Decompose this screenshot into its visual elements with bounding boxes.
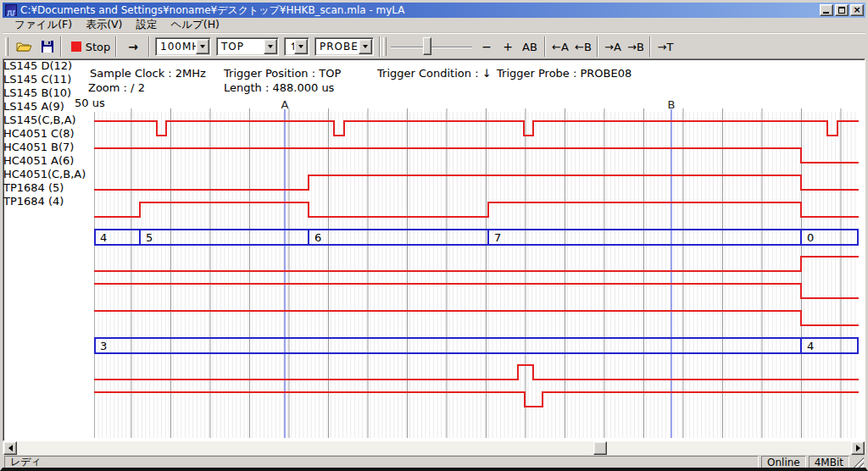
channel-label: HC4051 B(7) <box>3 141 88 154</box>
trigger-probe-info: Trigger Probe : PROBE08 <box>497 67 632 80</box>
bus-value: 0 <box>807 231 814 244</box>
dropdown-button[interactable] <box>359 39 372 54</box>
sample-clock-combo[interactable]: 100MHz <box>155 37 211 56</box>
goto-trigger-button[interactable]: →T <box>654 36 676 57</box>
chevron-down-icon <box>268 45 273 51</box>
open-folder-icon <box>16 40 33 53</box>
toolbar-grip[interactable] <box>5 37 8 56</box>
channel-label: LS145 B(10) <box>3 86 88 100</box>
minor-grid <box>94 112 859 438</box>
trigger-position-info: Trigger Position : TOP <box>224 67 341 80</box>
toolbar-separator <box>115 36 117 57</box>
channel-labels: LS145 D(12)LS145 C(11)LS145 B(10)LS145 A… <box>3 59 88 208</box>
toolbar-grip[interactable] <box>383 37 387 56</box>
bus-value: 3 <box>100 340 107 352</box>
zoom-in-button[interactable]: + <box>498 36 517 57</box>
stop-button[interactable]: Stop <box>67 36 114 57</box>
chevron-down-icon <box>298 45 303 51</box>
dropdown-button[interactable] <box>294 39 308 54</box>
sample-clock-info: Sample Clock : 2MHz <box>90 67 206 80</box>
channel-label: HC4051 C(8) <box>3 127 88 141</box>
menu-bar: ファイル(F) 表示(V) 設定 ヘルプ(H) <box>3 18 865 33</box>
dropdown-button[interactable] <box>264 39 277 54</box>
arrow-left-icon <box>5 445 13 452</box>
toolbar: Stop → 100MHz TOP ↑ PROBE00 − + AB <box>3 33 865 58</box>
trigger-edge-combo[interactable]: ↑ <box>284 37 309 56</box>
stop-label: Stop <box>86 41 111 53</box>
trigger-position-value: TOP <box>221 40 244 53</box>
waveform-svg[interactable]: 4567034 <box>94 107 860 439</box>
menu-settings[interactable]: 設定 <box>129 17 164 33</box>
toolbar-separator <box>60 36 62 57</box>
app-icon <box>5 4 17 16</box>
scroll-right-button[interactable] <box>851 441 865 455</box>
status-ready: レディ <box>4 456 759 468</box>
trigger-probe-combo[interactable]: PROBE00 <box>314 37 374 56</box>
toolbar-separator <box>544 36 546 57</box>
bus-value: 4 <box>807 340 814 352</box>
zoom-slider-thumb[interactable] <box>423 37 431 55</box>
scrollbar-thumb[interactable] <box>593 441 607 455</box>
goto-marker-a-button[interactable]: →A <box>602 36 624 57</box>
zoom-slider[interactable] <box>391 36 472 57</box>
zoom-info: Zoom : / 2 <box>88 81 145 94</box>
menu-file[interactable]: ファイル(F) <box>8 17 79 33</box>
length-info: Length : 488.000 us <box>224 81 334 94</box>
waveform-panel: Sample Clock : 2MHz Trigger Position : T… <box>3 58 865 441</box>
app-window: C:¥Documents and Settings¥noname¥デスクトップ¥… <box>0 0 868 471</box>
bus-value: 7 <box>494 231 501 244</box>
toolbar-separator <box>148 36 150 57</box>
channel-label: HC4051 A(6) <box>3 154 88 168</box>
minimize-icon <box>823 12 829 14</box>
channel-label: LS145 D(12) <box>3 59 88 73</box>
ab-range-button[interactable]: AB <box>518 36 542 57</box>
goto-marker-b-button[interactable]: →B <box>625 36 647 57</box>
trigger-condition-info: Trigger Condition : ↓ <box>377 67 492 80</box>
stop-icon <box>71 42 81 52</box>
channel-label: LS145(C,B,A) <box>3 114 88 127</box>
toolbar-separator <box>649 36 651 57</box>
chevron-down-icon <box>200 45 205 51</box>
toolbar-separator <box>597 36 598 57</box>
window-title: C:¥Documents and Settings¥noname¥デスクトップ¥… <box>20 3 816 18</box>
menu-help[interactable]: ヘルプ(H) <box>164 17 226 33</box>
status-memory: 4MBit <box>809 456 849 468</box>
bus-value: 4 <box>100 231 107 244</box>
trigger-position-combo[interactable]: TOP <box>216 37 279 56</box>
zoom-out-button[interactable]: − <box>477 36 496 57</box>
arrow-right-icon <box>856 445 864 452</box>
resize-grip[interactable] <box>852 457 864 468</box>
dropdown-button[interactable] <box>196 39 209 54</box>
channel-label: TP1684 (4) <box>3 195 88 208</box>
close-icon: × <box>853 6 860 14</box>
bus-value: 5 <box>146 231 153 244</box>
status-bar: レディ Online 4MBit <box>3 455 865 468</box>
channel-label: TP1684 (5) <box>3 181 88 195</box>
status-online: Online <box>761 456 806 468</box>
close-button[interactable]: × <box>850 4 864 16</box>
scroll-left-button[interactable] <box>3 441 17 455</box>
channel-label: LS145 C(11) <box>3 73 88 86</box>
bus-value: 6 <box>314 231 321 244</box>
set-marker-a-button[interactable]: ←A <box>549 36 571 57</box>
zoom-slider-track <box>391 47 472 48</box>
maximize-button[interactable] <box>835 4 849 16</box>
open-file-button[interactable] <box>14 36 36 57</box>
toolbar-separator <box>379 36 381 57</box>
title-bar: C:¥Documents and Settings¥noname¥デスクトップ¥… <box>3 3 865 18</box>
channel-label: LS145 A(9) <box>3 100 88 114</box>
save-floppy-icon <box>41 40 54 53</box>
run-button[interactable]: → <box>120 36 146 57</box>
save-file-button[interactable] <box>36 36 58 57</box>
maximize-icon <box>838 7 845 14</box>
channel-label: HC4051(C,B,A) <box>3 168 88 181</box>
horizontal-scrollbar[interactable] <box>3 441 865 455</box>
minimize-button[interactable] <box>820 4 833 16</box>
chevron-down-icon <box>363 45 368 51</box>
menu-view[interactable]: 表示(V) <box>79 17 129 33</box>
set-marker-b-button[interactable]: ←B <box>572 36 594 57</box>
